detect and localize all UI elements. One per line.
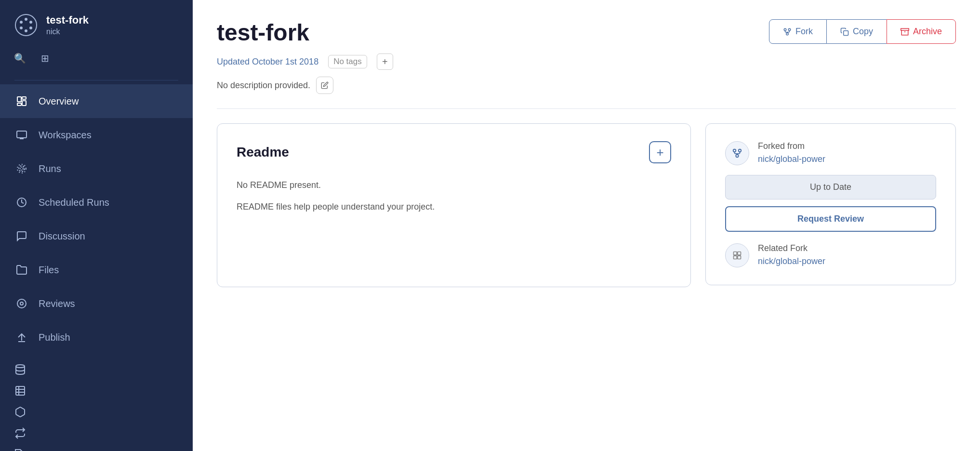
request-review-label: Request Review xyxy=(797,214,864,224)
related-fork-label: Related Fork xyxy=(758,243,825,253)
sidebar-item-overview[interactable]: Overview xyxy=(0,84,193,118)
readme-header: Readme + xyxy=(237,141,671,163)
no-readme-line2: README files help people understand your… xyxy=(237,199,671,214)
sidebar-item-scheduled-runs-label: Scheduled Runs xyxy=(39,197,109,208)
sidebar-project-name: test-fork xyxy=(46,14,89,27)
edit-description-button[interactable] xyxy=(316,77,333,94)
search-icon-button[interactable]: 🔍 xyxy=(10,48,30,68)
database-icon-button[interactable] xyxy=(14,364,178,375)
transfer-icon-button[interactable] xyxy=(14,427,178,439)
svg-rect-7 xyxy=(17,97,21,102)
sidebar-item-reviews[interactable]: Reviews xyxy=(0,287,193,320)
sidebar-item-runs-label: Runs xyxy=(39,163,61,174)
related-fork-source-link[interactable]: nick/global-power xyxy=(758,256,825,266)
fork-button-label: Fork xyxy=(795,27,813,37)
updated-text: Updated October 1st 2018 xyxy=(217,57,318,67)
svg-point-28 xyxy=(786,33,789,35)
workspaces-icon xyxy=(14,128,29,142)
request-review-button[interactable]: Request Review xyxy=(725,206,936,232)
publish-icon xyxy=(14,330,29,345)
copy-button-label: Copy xyxy=(853,27,873,37)
sidebar-title-group: test-fork nick xyxy=(46,14,89,36)
tag-icon-button[interactable] xyxy=(14,449,178,451)
fork-button[interactable]: Fork xyxy=(769,19,827,44)
runs-icon xyxy=(14,161,29,176)
svg-rect-23 xyxy=(16,386,25,395)
action-buttons: Fork Copy Archive xyxy=(769,19,956,44)
svg-rect-41 xyxy=(734,256,737,259)
svg-rect-32 xyxy=(844,30,848,35)
svg-point-18 xyxy=(17,299,26,308)
sidebar-item-discussion-label: Discussion xyxy=(39,231,85,242)
svg-point-35 xyxy=(736,155,739,158)
svg-rect-40 xyxy=(738,252,741,255)
fork-from-row: Forked from nick/global-power xyxy=(725,141,936,165)
readme-card: Readme + No README present. README files… xyxy=(217,123,691,287)
page-title: test-fork xyxy=(217,19,393,46)
svg-point-30 xyxy=(788,28,791,31)
cards-row: Readme + No README present. README files… xyxy=(217,123,956,287)
scheduled-runs-icon xyxy=(14,195,29,210)
main-content: test-fork Updated October 1st 2018 No ta… xyxy=(193,0,980,451)
svg-point-22 xyxy=(16,365,25,368)
add-tag-button[interactable]: + xyxy=(377,53,393,70)
grid-icon-button[interactable]: ⊞ xyxy=(35,48,55,68)
fork-info-text: Forked from nick/global-power xyxy=(758,141,825,164)
readme-title: Readme xyxy=(237,145,289,160)
svg-point-29 xyxy=(784,28,786,31)
svg-point-0 xyxy=(15,14,37,36)
svg-point-5 xyxy=(20,27,23,29)
sidebar-item-discussion[interactable]: Discussion xyxy=(0,219,193,253)
up-to-date-label: Up to Date xyxy=(810,182,851,192)
sidebar-item-workspaces[interactable]: Workspaces xyxy=(0,118,193,152)
readme-add-button[interactable]: + xyxy=(649,141,671,163)
sidebar: test-fork nick 🔍 ⊞ Overview xyxy=(0,0,193,451)
svg-point-4 xyxy=(25,29,27,32)
related-fork-info: Related Fork nick/global-power xyxy=(758,243,825,266)
sidebar-item-overview-label: Overview xyxy=(39,96,79,107)
sidebar-item-files-label: Files xyxy=(39,265,59,276)
svg-point-6 xyxy=(20,21,23,24)
svg-rect-39 xyxy=(734,252,737,255)
table-icon-button[interactable] xyxy=(14,385,178,397)
sidebar-item-scheduled-runs[interactable]: Scheduled Runs xyxy=(0,186,193,219)
svg-point-37 xyxy=(739,149,742,152)
sidebar-header: test-fork nick xyxy=(0,0,193,48)
svg-point-36 xyxy=(733,149,736,152)
nav-items: Overview Workspaces Runs xyxy=(0,84,193,354)
description-text: No description provided. xyxy=(217,80,310,91)
fork-from-icon xyxy=(725,141,749,165)
sidebar-item-workspaces-label: Workspaces xyxy=(39,130,92,141)
no-readme-line1: No README present. xyxy=(237,178,671,193)
fork-info-card: Forked from nick/global-power Up to Date… xyxy=(705,123,956,285)
svg-rect-42 xyxy=(738,256,741,259)
sidebar-item-publish-label: Publish xyxy=(39,332,70,343)
fork-source-link[interactable]: nick/global-power xyxy=(758,154,825,164)
svg-rect-9 xyxy=(22,101,26,106)
main-content-area: test-fork Updated October 1st 2018 No ta… xyxy=(193,0,980,451)
related-fork-icon xyxy=(725,243,749,267)
svg-point-15 xyxy=(19,166,25,172)
sidebar-item-publish[interactable]: Publish xyxy=(0,320,193,354)
cube-icon-button[interactable] xyxy=(14,406,178,418)
archive-button[interactable]: Archive xyxy=(887,19,956,44)
overview-icon xyxy=(14,94,29,108)
readme-no-content: No README present. README files help peo… xyxy=(237,178,671,214)
svg-point-14 xyxy=(20,167,23,170)
app-logo-icon xyxy=(14,13,38,37)
discussion-icon xyxy=(14,229,29,243)
copy-button[interactable]: Copy xyxy=(827,19,887,44)
sidebar-item-files[interactable]: Files xyxy=(0,253,193,287)
sidebar-user-name: nick xyxy=(46,27,89,36)
page-header: test-fork Updated October 1st 2018 No ta… xyxy=(217,19,956,94)
svg-rect-11 xyxy=(17,131,26,138)
archive-button-label: Archive xyxy=(913,27,942,37)
no-tags-label: No tags xyxy=(328,55,367,68)
reviews-icon xyxy=(14,296,29,311)
svg-rect-33 xyxy=(901,28,909,30)
section-divider xyxy=(217,108,956,109)
svg-rect-10 xyxy=(17,103,21,106)
svg-point-2 xyxy=(29,21,32,24)
sidebar-item-runs[interactable]: Runs xyxy=(0,152,193,186)
up-to-date-button: Up to Date xyxy=(725,175,936,199)
